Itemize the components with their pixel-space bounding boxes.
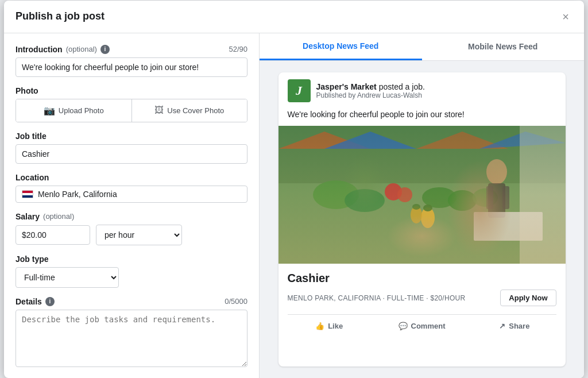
details-info-icon[interactable]: i bbox=[45, 297, 55, 306]
fb-job-meta: MENLO PARK, CALIFORNIA · FULL-TIME · $20… bbox=[288, 294, 466, 302]
location-label: Location bbox=[16, 173, 247, 182]
fb-poster-name: Jasper's Market bbox=[316, 82, 377, 91]
job-type-label: Job type bbox=[16, 254, 247, 264]
left-panel: Introduction (optional) i 52/90 Photo 📷 … bbox=[4, 33, 260, 378]
job-title-label: Job title bbox=[16, 132, 247, 141]
salary-group: Salary (optional) per hour per day per w… bbox=[16, 212, 247, 245]
salary-label-row: Salary (optional) bbox=[16, 212, 247, 221]
share-label: Share bbox=[509, 322, 529, 330]
like-icon: 👍 bbox=[315, 322, 324, 330]
fb-posted-job-text: posted a job. bbox=[379, 82, 425, 91]
share-button[interactable]: ↗ Share bbox=[468, 317, 560, 335]
fb-job-meta-row: MENLO PARK, CALIFORNIA · FULL-TIME · $20… bbox=[288, 290, 556, 306]
fb-card-header: J Jasper's Market posted a job. Publishe… bbox=[278, 72, 566, 109]
comment-button[interactable]: 💬 Comment bbox=[376, 317, 468, 335]
fb-intro-text: We're looking for cheerful people to joi… bbox=[278, 109, 566, 126]
location-group: Location bbox=[16, 173, 247, 203]
introduction-input[interactable] bbox=[16, 57, 247, 77]
job-type-select[interactable]: Full-time Part-time Contract Volunteer I… bbox=[16, 267, 119, 288]
image-icon: 🖼 bbox=[154, 105, 164, 115]
like-button[interactable]: 👍 Like bbox=[283, 317, 376, 335]
fb-card-job-info: Cashier MENLO PARK, CALIFORNIA · FULL-TI… bbox=[278, 264, 566, 314]
salary-optional: (optional) bbox=[43, 212, 74, 221]
location-label-text: Location bbox=[16, 173, 49, 182]
fb-poster-info: Jasper's Market posted a job. Published … bbox=[316, 82, 556, 99]
use-cover-photo-button[interactable]: 🖼 Use Cover Photo bbox=[132, 99, 247, 122]
job-title-input[interactable] bbox=[16, 144, 247, 164]
job-type-group: Job type Full-time Part-time Contract Vo… bbox=[16, 254, 247, 288]
job-title-group: Job title bbox=[16, 132, 247, 164]
fb-actions: 👍 Like 💬 Comment ↗ Share bbox=[278, 315, 566, 337]
salary-row: per hour per day per week per month per … bbox=[16, 225, 247, 245]
cover-photo-label: Use Cover Photo bbox=[167, 106, 224, 115]
job-type-label-text: Job type bbox=[16, 254, 49, 264]
publish-job-modal: Publish a job post × Introduction (optio… bbox=[4, 1, 584, 378]
introduction-label: Introduction bbox=[16, 45, 63, 54]
introduction-info-icon[interactable]: i bbox=[100, 45, 110, 54]
preview-tabs: Desktop News Feed Mobile News Feed bbox=[260, 33, 584, 61]
fb-published-by: Published by Andrew Lucas-Walsh bbox=[316, 91, 556, 99]
photo-group: Photo 📷 Upload Photo 🖼 Use Cover Photo bbox=[16, 86, 247, 122]
job-title-label-text: Job title bbox=[16, 132, 47, 141]
photo-label: Photo bbox=[16, 86, 247, 95]
modal-header: Publish a job post × bbox=[4, 1, 584, 33]
like-label: Like bbox=[328, 322, 343, 330]
camera-icon: 📷 bbox=[44, 105, 55, 116]
salary-label-text: Salary bbox=[16, 212, 40, 221]
fb-market-image bbox=[278, 126, 566, 264]
right-panel: Desktop News Feed Mobile News Feed J Jas… bbox=[260, 33, 584, 378]
upload-photo-label: Upload Photo bbox=[59, 106, 104, 115]
preview-content: J Jasper's Market posted a job. Publishe… bbox=[260, 61, 584, 378]
location-input-wrap[interactable] bbox=[16, 186, 247, 203]
salary-period-select[interactable]: per hour per day per week per month per … bbox=[96, 225, 182, 245]
mobile-news-feed-tab[interactable]: Mobile News Feed bbox=[422, 33, 585, 60]
apply-now-button[interactable]: Apply Now bbox=[500, 290, 556, 306]
modal-body: Introduction (optional) i 52/90 Photo 📷 … bbox=[4, 33, 584, 378]
fb-poster-name-row: Jasper's Market posted a job. bbox=[316, 82, 556, 91]
fb-avatar: J bbox=[288, 79, 311, 102]
details-label-row: Details i 0/5000 bbox=[16, 297, 247, 306]
introduction-optional: (optional) bbox=[66, 45, 97, 53]
introduction-label-row: Introduction (optional) i 52/90 bbox=[16, 45, 247, 54]
desktop-news-feed-tab[interactable]: Desktop News Feed bbox=[260, 33, 422, 60]
salary-amount-input[interactable] bbox=[16, 225, 90, 245]
upload-photo-button[interactable]: 📷 Upload Photo bbox=[16, 99, 132, 122]
modal-close-button[interactable]: × bbox=[559, 10, 572, 24]
details-textarea[interactable] bbox=[16, 310, 247, 367]
details-char-count: 0/5000 bbox=[225, 297, 247, 306]
photo-upload-row: 📷 Upload Photo 🖼 Use Cover Photo bbox=[16, 99, 247, 122]
comment-label: Comment bbox=[411, 322, 446, 330]
details-group: Details i 0/5000 bbox=[16, 297, 247, 369]
location-input[interactable] bbox=[38, 190, 241, 199]
share-icon: ↗ bbox=[499, 322, 505, 330]
us-flag-icon bbox=[22, 190, 33, 198]
details-label-text: Details bbox=[16, 297, 42, 306]
facebook-post-card: J Jasper's Market posted a job. Publishe… bbox=[278, 72, 566, 367]
introduction-char-count: 52/90 bbox=[229, 45, 247, 53]
comment-icon: 💬 bbox=[399, 322, 408, 330]
fb-avatar-letter: J bbox=[296, 83, 302, 98]
fb-job-title: Cashier bbox=[288, 272, 556, 285]
photo-label-text: Photo bbox=[16, 86, 38, 95]
fb-image-overlay bbox=[278, 126, 566, 264]
modal-title: Publish a job post bbox=[16, 10, 105, 22]
introduction-group: Introduction (optional) i 52/90 bbox=[16, 45, 247, 77]
